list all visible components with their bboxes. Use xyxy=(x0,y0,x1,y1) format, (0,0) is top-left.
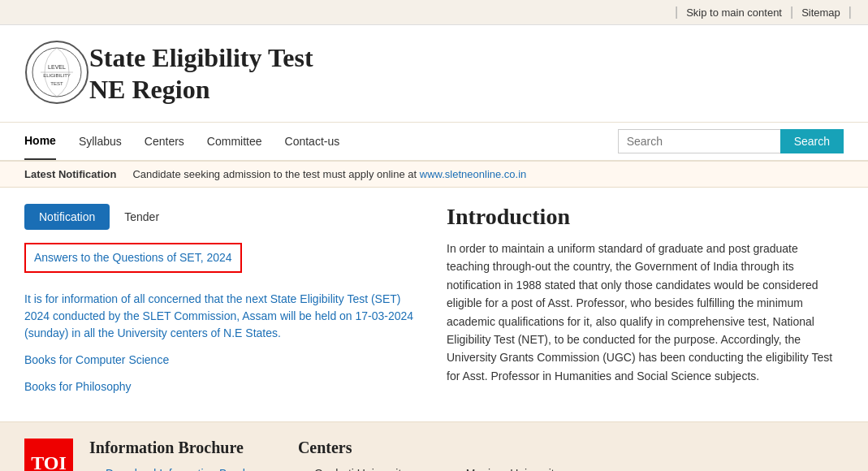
tab-notification[interactable]: Notification xyxy=(24,204,110,230)
nav-home[interactable]: Home xyxy=(24,123,56,160)
skip-to-main-link[interactable]: Skip to main content xyxy=(686,6,782,19)
notif-link-3[interactable]: Books for Computer Science xyxy=(24,353,169,366)
intro-body: In order to maintain a uniform standard … xyxy=(447,240,844,385)
notif-item-2: It is for information of all concerned t… xyxy=(24,291,422,342)
footer-centers-right: Centers Manipur University Rajiv Gandhi … xyxy=(450,439,680,471)
navbar: Home Syllabus Centers Committee Contact-… xyxy=(0,123,868,162)
svg-text:ELIGIBILITY: ELIGIBILITY xyxy=(43,73,71,78)
left-panel: Notification Tender Answers to the Quest… xyxy=(24,204,422,405)
notif-link[interactable]: www.sletneonline.co.in xyxy=(420,168,527,180)
list-item: Download Information Brochure xyxy=(106,467,266,471)
svg-text:LEVEL: LEVEL xyxy=(48,64,66,70)
search-area: Search xyxy=(618,129,844,153)
list-item: Manipur University xyxy=(466,467,680,471)
sitemap-link[interactable]: Sitemap xyxy=(801,6,840,19)
info-brochure-list: Download Information Brochure xyxy=(89,467,266,471)
divider-right: | xyxy=(849,5,852,19)
notif-label: Latest Notification xyxy=(24,168,116,180)
top-bar: | Skip to main content | Sitemap | xyxy=(0,0,868,25)
nav-committee[interactable]: Committee xyxy=(207,123,262,159)
notif-item-4: Books for Philosophy xyxy=(24,378,422,395)
nav-links: Home Syllabus Centers Committee Contact-… xyxy=(24,123,618,160)
footer-section: TOI Information Brochure Download Inform… xyxy=(0,421,868,471)
main-content: Notification Tender Answers to the Quest… xyxy=(0,188,868,421)
divider-left: | xyxy=(675,5,678,19)
notif-link-1[interactable]: Answers to the Questions of SET, 2024 xyxy=(34,251,232,264)
footer-columns: Information Brochure Download Informatio… xyxy=(89,439,844,471)
right-panel: Introduction In order to maintain a unif… xyxy=(447,204,844,405)
notif-item-3: Books for Computer Science xyxy=(24,352,422,369)
centers-title: Centers xyxy=(298,439,417,457)
footer-info-brochure: Information Brochure Download Informatio… xyxy=(89,439,266,471)
tab-bar: Notification Tender xyxy=(24,204,422,230)
search-input[interactable] xyxy=(618,129,780,153)
nav-contact[interactable]: Contact-us xyxy=(285,123,340,159)
tab-tender[interactable]: Tender xyxy=(110,204,174,230)
search-button[interactable]: Search xyxy=(780,129,844,153)
site-title-line2: NE Region xyxy=(89,74,313,105)
header: LEVEL ELIGIBILITY TEST State Eligibility… xyxy=(0,25,868,123)
notif-item-1: Answers to the Questions of SET, 2024 xyxy=(24,243,242,273)
centers-list-left: Gauhati University Dibrugarh University … xyxy=(298,467,417,471)
site-title-line1: State Eligibility Test xyxy=(89,42,313,73)
footer-centers: Centers Gauhati University Dibrugarh Uni… xyxy=(298,439,417,471)
divider-mid: | xyxy=(790,5,793,19)
site-title-block: State Eligibility Test NE Region xyxy=(89,42,313,105)
logo: LEVEL ELIGIBILITY TEST xyxy=(24,40,89,107)
intro-title: Introduction xyxy=(447,204,844,230)
notification-bar: Latest Notification Candidate seeking ad… xyxy=(0,162,868,188)
list-item: Gauhati University xyxy=(314,467,417,471)
notif-text: Candidate seeking admission to the test … xyxy=(132,168,526,180)
download-brochure-link[interactable]: Download Information Brochure xyxy=(106,467,266,471)
notif-link-4[interactable]: Books for Philosophy xyxy=(24,380,132,393)
info-brochure-title: Information Brochure xyxy=(89,439,266,457)
toi-badge: TOI xyxy=(24,439,73,471)
svg-text:TEST: TEST xyxy=(50,81,63,86)
notif-link-2[interactable]: It is for information of all concerned t… xyxy=(24,292,413,339)
nav-syllabus[interactable]: Syllabus xyxy=(79,123,122,159)
centers-list-right: Manipur University Rajiv Gandhi Central … xyxy=(450,467,680,471)
nav-centers[interactable]: Centers xyxy=(145,123,184,159)
